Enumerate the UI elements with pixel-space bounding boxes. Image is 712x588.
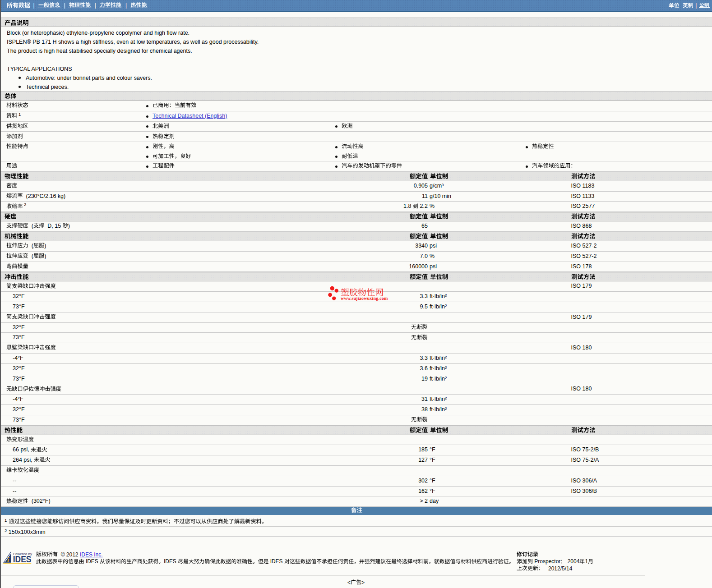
svg-text:i: i xyxy=(7,555,9,564)
svg-text:IDES: IDES xyxy=(13,554,32,564)
